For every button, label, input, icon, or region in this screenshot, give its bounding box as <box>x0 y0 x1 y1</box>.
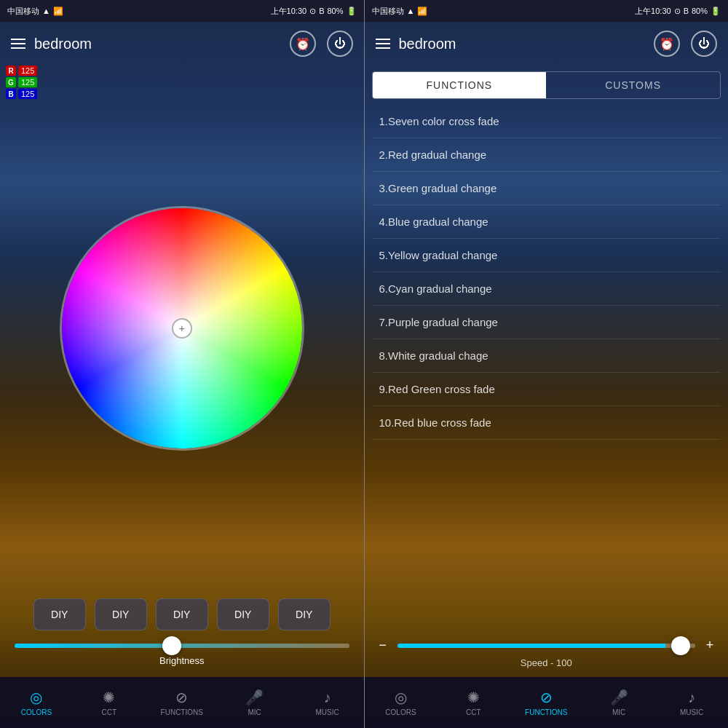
time-right: 上午10:30 <box>635 6 671 17</box>
nav-colors-right[interactable]: ◎ COLORS <box>365 689 438 716</box>
mic-icon-left: 🎤 <box>245 689 264 706</box>
status-right: 上午10:30 ⊙ Β 80% 🔋 <box>271 6 357 17</box>
function-item-10[interactable]: 10.Red blue cross fade <box>372 406 721 440</box>
carrier-left: 中国移动 <box>7 6 39 17</box>
cct-icon-left: ✺ <box>103 689 115 706</box>
header-left: bedroom ⏰ ⏻ <box>0 22 364 66</box>
nav-functions-left[interactable]: ⊘ FUNCTIONS <box>146 689 218 716</box>
mic-icon-right: 🎤 <box>610 689 628 706</box>
functions-icon-left: ⊘ <box>175 689 188 706</box>
function-item-8[interactable]: 8.White gradual chage <box>372 339 721 373</box>
b-value: 125 <box>18 89 37 99</box>
status-left: 中国移动 ▲ 📶 <box>7 6 63 17</box>
battery-icon-right: 🔋 <box>711 7 721 16</box>
wifi-icon: ▲ <box>42 7 50 15</box>
function-item-9[interactable]: 9.Red Green cross fade <box>372 373 721 406</box>
nav-functions-right[interactable]: ⊘ FUNCTIONS <box>510 689 582 716</box>
bottom-nav-left: ◎ COLORS ✺ CCT ⊘ FUNCTIONS 🎤 MIC ♪ MUSIC <box>0 677 364 728</box>
speed-minus-btn[interactable]: − <box>376 638 390 653</box>
wifi-icon-right: ▲ <box>407 7 415 15</box>
speed-section: − + Speed - 100 <box>365 632 729 677</box>
b-label: B <box>6 89 16 99</box>
speed-track[interactable] <box>397 644 696 648</box>
color-wheel[interactable]: + <box>62 208 302 448</box>
room-title-right: bedroom <box>399 36 456 52</box>
cct-label-left: CCT <box>102 708 117 716</box>
function-item-7[interactable]: 7.Purple gradual change <box>372 306 721 339</box>
diy-row: DIY DIY DIY DIY DIY <box>0 591 364 638</box>
rgb-badges: R 125 G 125 B 125 <box>6 66 37 99</box>
nav-mic-left[interactable]: 🎤 MIC <box>218 689 291 716</box>
speed-label: Speed - 100 <box>376 657 718 668</box>
g-label: G <box>6 77 16 87</box>
colors-label-left: COLORS <box>21 708 52 716</box>
status-bar-left: 中国移动 ▲ 📶 上午10:30 ⊙ Β 80% 🔋 <box>0 0 364 22</box>
header-right-group-right: ⏰ ⏻ <box>654 31 717 57</box>
function-item-4[interactable]: 4.Blue gradual change <box>372 205 721 239</box>
nav-music-left[interactable]: ♪ MUSIC <box>291 689 364 716</box>
header-right-group: ⏰ ⏻ <box>290 31 353 57</box>
function-item-6[interactable]: 6.Cyan gradual change <box>372 272 721 306</box>
functions-label-left: FUNCTIONS <box>161 708 203 716</box>
tab-customs[interactable]: CUSTOMS <box>546 72 720 98</box>
battery-icon-left: 🔋 <box>347 7 357 16</box>
header-left-group: bedroom <box>11 36 92 52</box>
music-icon-right: ♪ <box>688 689 695 706</box>
g-badge: G 125 <box>6 77 37 87</box>
diy-btn-3[interactable]: DIY <box>156 598 208 630</box>
alarm-button-right[interactable]: ⏰ <box>654 31 680 57</box>
signal-icon-right: 📶 <box>417 7 427 16</box>
color-cursor[interactable]: + <box>172 318 192 339</box>
nav-mic-right[interactable]: 🎤 MIC <box>582 689 655 716</box>
menu-button[interactable] <box>11 39 25 49</box>
diy-btn-4[interactable]: DIY <box>217 598 269 630</box>
brightness-section: Brightness <box>0 638 364 677</box>
diy-btn-1[interactable]: DIY <box>33 598 86 630</box>
diy-btn-2[interactable]: DIY <box>95 598 147 630</box>
panel-divider <box>364 0 365 728</box>
function-item-1[interactable]: 1.Seven color cross fade <box>372 105 721 138</box>
tab-functions[interactable]: FUNCTIONS <box>373 72 547 98</box>
right-panel: 中国移动 ▲ 📶 上午10:30 ⊙ Β 80% 🔋 bedroom ⏰ <box>365 0 729 728</box>
music-label-right: MUSIC <box>680 708 703 716</box>
diy-btn-5[interactable]: DIY <box>278 598 331 630</box>
battery-right: 80% <box>692 7 708 15</box>
speed-plus-btn[interactable]: + <box>703 638 717 653</box>
nav-music-right[interactable]: ♪ MUSIC <box>655 689 728 716</box>
location-icon-right: ⊙ <box>674 7 681 16</box>
brightness-thumb[interactable] <box>162 636 181 655</box>
nav-cct-right[interactable]: ✺ CCT <box>437 689 510 716</box>
g-value: 125 <box>18 77 37 87</box>
menu-button-right[interactable] <box>376 39 390 49</box>
alarm-button-left[interactable]: ⏰ <box>290 31 316 57</box>
location-icon: ⊙ <box>309 7 316 16</box>
bottom-nav-right: ◎ COLORS ✺ CCT ⊘ FUNCTIONS 🎤 MIC ♪ MUSIC <box>365 677 729 728</box>
power-button-right[interactable]: ⏻ <box>691 31 717 57</box>
function-item-3[interactable]: 3.Green gradual change <box>372 172 721 205</box>
r-badge: R 125 <box>6 66 37 76</box>
color-wheel-container[interactable]: + <box>0 66 364 591</box>
power-button-left[interactable]: ⏻ <box>327 31 353 57</box>
speed-thumb[interactable] <box>671 636 690 655</box>
colors-label-right: COLORS <box>385 708 416 716</box>
status-right-right: 上午10:30 ⊙ Β 80% 🔋 <box>635 6 721 17</box>
tab-bar: FUNCTIONS CUSTOMS <box>372 71 721 99</box>
brightness-track[interactable] <box>15 644 349 648</box>
mic-label-left: MIC <box>248 708 261 716</box>
header-left-group-right: bedroom <box>376 36 456 52</box>
nav-colors-left[interactable]: ◎ COLORS <box>0 689 73 716</box>
bluetooth-icon-right: Β <box>684 7 689 15</box>
bluetooth-icon: Β <box>319 7 324 15</box>
header-right: bedroom ⏰ ⏻ <box>365 22 729 66</box>
status-left-right: 中国移动 ▲ 📶 <box>372 6 428 17</box>
carrier-right: 中国移动 <box>372 6 404 17</box>
mic-label-right: MIC <box>612 708 625 716</box>
function-item-5[interactable]: 5.Yellow gradual change <box>372 239 721 272</box>
nav-cct-left[interactable]: ✺ CCT <box>73 689 146 716</box>
music-label-left: MUSIC <box>315 708 339 716</box>
time-left: 上午10:30 <box>271 6 307 17</box>
signal-icon: 📶 <box>53 7 63 16</box>
function-item-2[interactable]: 2.Red gradual change <box>372 138 721 172</box>
r-label: R <box>6 66 16 76</box>
cct-icon-right: ✺ <box>467 689 480 706</box>
